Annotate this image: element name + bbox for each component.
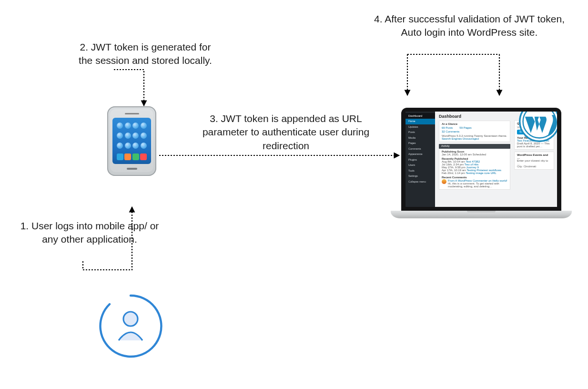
wp-sidebar-item[interactable]: Pages: [406, 141, 435, 146]
wp-glance-title: At a Glance: [442, 123, 507, 125]
wp-sidebar-item[interactable]: Updates: [406, 124, 435, 130]
wp-sidebar: Dashboard HomeUpdatesPostsMediaPagesComm…: [406, 112, 435, 207]
laptop-base: [391, 211, 572, 218]
wp-sidebar-item[interactable]: Tools: [406, 168, 435, 174]
wp-activity-header: Activity: [439, 144, 510, 149]
caption-step-2: 2. JWT token is generated for the sessio…: [74, 41, 217, 68]
wp-comment-body: Hi, this is a comment. To get started wi…: [448, 182, 499, 188]
wp-sidebar-top: Dashboard: [406, 113, 435, 119]
phone-tile-4: [140, 154, 147, 160]
wp-events-title: WordPress Events and …: [517, 154, 551, 159]
wp-activity-card: Publishing Soon Jan 14, 2020, 12:00 am S…: [439, 149, 510, 190]
laptop-icon: Dashboard HomeUpdatesPostsMediaPagesComm…: [391, 108, 572, 218]
caption-step-1: 1. User logs into mobile app/ or any oth…: [18, 219, 161, 246]
phone-screen: [112, 118, 151, 164]
phone-tile-3: [132, 154, 139, 160]
wp-main-area: Dashboard At a Glance 69 Posts 59 Pages …: [435, 112, 514, 207]
wordpress-dashboard: Dashboard HomeUpdatesPostsMediaPagesComm…: [406, 112, 557, 207]
caption-step-4: 4. After successful validation of JWT to…: [372, 12, 567, 40]
wp-sidebar-item[interactable]: Settings: [406, 174, 435, 179]
wp-glance-pages: 59 Pages: [459, 126, 471, 129]
wp-page-title: Dashboard: [439, 114, 510, 119]
wp-draft-meta: Draft April 8, 2020 — This post is draft…: [517, 142, 551, 148]
wp-events-card: WordPress Events and … Enter your closes…: [514, 152, 554, 170]
wp-sidebar-item[interactable]: Users: [406, 163, 435, 168]
avatar-icon: [442, 179, 446, 184]
caption-step-3: 3. JWT token is appended as URL paramete…: [195, 112, 376, 153]
wp-sidebar-item[interactable]: Posts: [406, 130, 435, 135]
wp-events-line: Enter your closest city to …: [517, 159, 551, 165]
wp-sidebar-item[interactable]: Plugins: [406, 157, 435, 163]
phone-tile-1: [117, 154, 123, 160]
phone-tile-2: [124, 154, 131, 160]
phone-speaker-icon: [125, 113, 139, 114]
wp-sidebar-item[interactable]: Collapse menu: [406, 179, 435, 185]
wp-sidebar-item[interactable]: Appearance: [406, 152, 435, 157]
wp-glance-note2: Search Engines Discouraged: [442, 137, 507, 140]
user-icon: [97, 293, 164, 359]
wp-recent-row: Feb 23rd, 1:14 pm Testing image core URL: [442, 172, 507, 174]
wp-recent-comments-title: Recent Comments: [442, 176, 507, 179]
phone-home-button-icon: [127, 168, 137, 170]
wp-glance-posts: 69 Posts: [442, 126, 453, 129]
mobile-phone-icon: [107, 106, 156, 176]
wp-sidebar-item[interactable]: Home: [406, 119, 435, 124]
wp-at-a-glance-card: At a Glance 69 Posts 59 Pages 32 Comment…: [439, 121, 510, 142]
wp-events-city: City: Cincinnati: [517, 165, 551, 168]
wp-pub-soon-row: Jan 14, 2020, 12:00 am Scheduled: [442, 153, 507, 156]
wp-sidebar-item[interactable]: Media: [406, 135, 435, 141]
wp-sidebar-item[interactable]: Comments: [406, 146, 435, 152]
wordpress-logo-icon: [519, 112, 557, 142]
wp-glance-comments: 32 Comments: [442, 130, 507, 133]
svg-point-0: [123, 312, 138, 326]
